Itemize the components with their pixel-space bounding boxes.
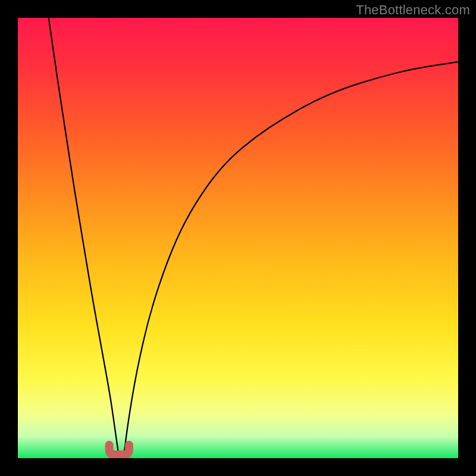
- watermark-text: TheBottleneck.com: [356, 2, 470, 18]
- bottleneck-chart: [18, 18, 458, 458]
- chart-frame: TheBottleneck.com: [0, 0, 476, 476]
- gradient-background: [18, 18, 458, 458]
